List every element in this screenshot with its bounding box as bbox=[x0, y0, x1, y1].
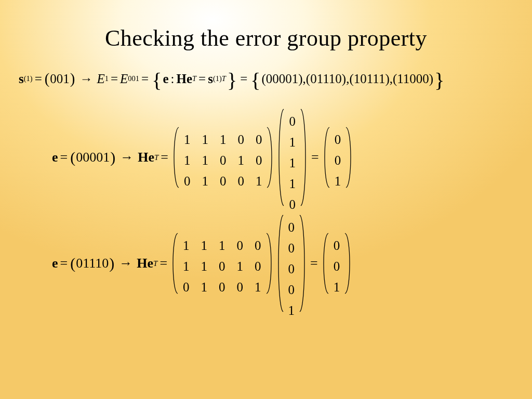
rparen-1: ) bbox=[70, 70, 76, 87]
sym-s: s bbox=[19, 72, 24, 86]
eq-e2: = bbox=[58, 256, 70, 271]
sym-e1: e bbox=[52, 150, 58, 165]
arrow-e2: → bbox=[115, 256, 137, 271]
sym-HeT2: He bbox=[137, 256, 153, 271]
coset-3: (11000) bbox=[393, 72, 433, 86]
sym-E1: E bbox=[97, 72, 104, 86]
syndrome-line: s (1) = ( 001 ) → E 1 = E 001 = { e : He… bbox=[19, 70, 516, 87]
e1-val: 00001 bbox=[76, 150, 110, 165]
e2-val: 01110 bbox=[76, 256, 109, 271]
E001-sub: 001 bbox=[128, 74, 139, 83]
vec-e2T: 0 0 0 0 1 bbox=[277, 214, 307, 313]
T-1: T bbox=[192, 74, 196, 83]
matrix-H-1-rows: 11100 11010 01001 bbox=[180, 126, 267, 189]
s-sup: (1) bbox=[24, 74, 33, 83]
lparen-e1: ( bbox=[70, 149, 76, 166]
coset-2: (10111) bbox=[349, 72, 389, 86]
eq-res2: = bbox=[308, 256, 320, 271]
colon: : bbox=[169, 72, 177, 86]
sym-HeT1: He bbox=[138, 150, 154, 165]
eq-res1: = bbox=[309, 150, 321, 165]
eq-5: = bbox=[238, 72, 249, 86]
sym-e2: e bbox=[52, 256, 58, 271]
example-2: e = ( 01110 ) → He T = 11100 11010 01001… bbox=[52, 214, 516, 313]
lparen-1: ( bbox=[44, 70, 50, 87]
T-e1: T bbox=[154, 153, 158, 162]
vec-e1T: 0 1 1 1 0 bbox=[277, 108, 307, 207]
eq-He2: = bbox=[157, 256, 169, 271]
lparen-e2: ( bbox=[70, 255, 76, 272]
s-val: 001 bbox=[50, 72, 70, 86]
eq-3: = bbox=[139, 72, 151, 86]
s2-sup: (1)T bbox=[213, 74, 226, 83]
arrow-1: → bbox=[75, 72, 97, 86]
rparen-e1: ) bbox=[110, 149, 116, 166]
eq-1: = bbox=[33, 72, 44, 86]
slide: Checking the error group property s (1) … bbox=[0, 0, 532, 399]
arrow-e1: → bbox=[116, 150, 138, 165]
sym-E001: E bbox=[120, 72, 128, 86]
vec-res2: 0 0 1 bbox=[322, 232, 352, 295]
coset-0: (00001) bbox=[261, 72, 302, 86]
sym-He: He bbox=[176, 72, 192, 86]
E1-sub: 1 bbox=[105, 74, 109, 83]
eq-4: = bbox=[196, 72, 208, 86]
eq-He1: = bbox=[158, 150, 170, 165]
eq-2: = bbox=[109, 72, 120, 86]
matrix-H-2: 11100 11010 01001 bbox=[171, 232, 273, 295]
T-e2: T bbox=[153, 259, 157, 268]
eq-e1: = bbox=[58, 150, 70, 165]
coset-1: (01110) bbox=[306, 72, 346, 86]
sym-e-set: e bbox=[163, 72, 168, 86]
example-1: e = ( 00001 ) → He T = 11100 11010 01001… bbox=[52, 108, 516, 207]
matrix-H-1: 11100 11010 01001 bbox=[172, 126, 274, 189]
vec-res1: 0 0 1 bbox=[323, 126, 353, 189]
page-title: Checking the error group property bbox=[16, 25, 516, 51]
sym-s2: s bbox=[208, 72, 213, 86]
rparen-e2: ) bbox=[109, 255, 115, 272]
